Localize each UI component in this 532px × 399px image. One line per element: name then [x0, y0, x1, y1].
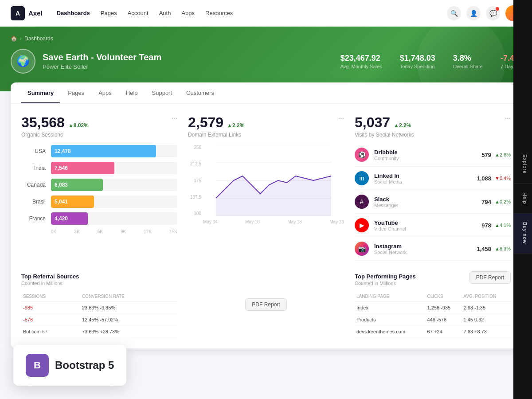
bar-axis: 0K 3K 6K 9K 12K 15K — [21, 229, 177, 234]
bar-value-canada: 6,083 — [55, 182, 68, 188]
social-more[interactable]: ··· — [505, 114, 511, 122]
top-pages-subtitle: Counted in Millions — [355, 281, 416, 286]
social-row-youtube: ▶ YouTube Video Channel 978 ▲4.1% — [355, 214, 511, 237]
dribbble-change: ▲2.6% — [495, 152, 511, 157]
youtube-type: Video Channel — [374, 226, 406, 231]
explore-button[interactable]: Explore — [513, 145, 532, 183]
x-label-may04: May 04 — [203, 219, 218, 224]
linkedin-type: Social Media — [374, 179, 402, 184]
bar-track-india: 7,546 — [51, 162, 177, 174]
nav-resources[interactable]: Resources — [205, 10, 233, 16]
youtube-info: YouTube Video Channel — [374, 219, 406, 231]
top-pages-title: Top Performing Pages — [355, 273, 416, 280]
nav-pages[interactable]: Pages — [101, 10, 117, 16]
right-sidebar: Explore Help Buy now — [513, 0, 532, 359]
bootstrap-icon: B — [26, 354, 49, 359]
nav-apps[interactable]: Apps — [181, 10, 195, 16]
domain-links-more[interactable]: ··· — [338, 114, 344, 122]
tab-help[interactable]: Help — [120, 82, 144, 103]
pdf-report-button[interactable]: PDF Report — [245, 298, 286, 311]
social-list: ⚽ Dribbble Community 579 ▲2.6% in Linked… — [355, 143, 511, 261]
dribbble-type: Community — [374, 156, 399, 161]
slack-info: Slack Messanger — [374, 196, 398, 208]
referral-section: Top Referral Sources Counted in Millions… — [21, 273, 177, 338]
slack-type: Messanger — [374, 203, 398, 208]
top-pages-pdf-button[interactable]: PDF Report — [469, 271, 511, 284]
instagram-change: ▲8.3% — [495, 246, 511, 251]
dribbble-name: Dribbble — [374, 149, 399, 156]
bar-label-france: France — [21, 215, 46, 222]
bar-value-usa: 12,478 — [55, 148, 71, 154]
domain-links-number: 2,579 — [188, 114, 223, 131]
tab-summary[interactable]: Summary — [21, 82, 60, 103]
bar-track-canada: 6,083 — [51, 179, 177, 191]
buy-now-button[interactable]: Buy now — [513, 213, 532, 253]
organic-sessions-more[interactable]: ··· — [172, 114, 177, 122]
axis-3k: 3K — [74, 229, 79, 234]
y-label-100: 100 — [188, 211, 201, 216]
nav-links: Dashboards Pages Account Auth Apps Resou… — [57, 10, 447, 16]
bar-row-canada: Canada 6,083 — [21, 179, 177, 191]
tab-support[interactable]: Support — [146, 82, 179, 103]
pages-row-devs: devs.keenthemes.com 67 +24 7.63 +8.73 — [355, 326, 511, 338]
referral-conv-2: 12.45% -57.02% — [80, 314, 177, 326]
referral-col-sessions: SESSIONS — [21, 291, 80, 302]
referral-row-2: -576 12.45% -57.02% — [21, 314, 177, 326]
stat-organic-sessions: 35,568 ▲8.02% Organic Sessions ··· USA 1… — [21, 114, 177, 261]
line-chart-container: 250 212.5 175 137.5 100 — [188, 145, 344, 224]
referral-conv-1: 23.63% -9.35% — [80, 302, 177, 314]
bar-track-brasil: 5,041 — [51, 196, 177, 208]
x-label-may18: May 18 — [287, 219, 302, 224]
tabs: Summary Pages Apps Help Support Customer… — [11, 82, 521, 104]
hero-logo: 🌍 — [11, 49, 35, 74]
pages-page-index: Index — [355, 302, 426, 314]
referral-title: Top Referral Sources — [21, 273, 177, 280]
tab-customers[interactable]: Customers — [180, 82, 220, 103]
instagram-info: Instagram Social Network — [374, 243, 407, 255]
help-button[interactable]: Help — [513, 184, 532, 214]
brand[interactable]: A Axel — [11, 6, 43, 20]
referral-sessions-1: -935 — [21, 302, 80, 314]
notifications-button[interactable]: 👤 — [466, 6, 481, 20]
pages-clicks-products: 446 -576 — [426, 314, 462, 326]
domain-links-change: ▲2.2% — [227, 122, 244, 129]
bar-fill-india: 7,546 — [51, 162, 114, 174]
dribbble-count: 579 — [481, 152, 491, 158]
pages-page-devs: devs.keenthemes.com — [355, 326, 426, 338]
axis-15k: 15K — [169, 229, 177, 234]
referral-sessions-2: -576 — [21, 314, 80, 326]
linkedin-change: ▼0.4% — [495, 176, 511, 181]
tab-apps[interactable]: Apps — [92, 82, 118, 103]
nav-dashboards[interactable]: Dashboards — [57, 10, 90, 16]
bar-fill-brasil: 5,041 — [51, 196, 94, 208]
brand-icon: A — [11, 6, 25, 20]
bootstrap-watermark: B Bootstrap 5 — [13, 345, 126, 359]
pages-pos-products: 1.45 0.32 — [462, 314, 511, 326]
bar-label-brasil: Brasil — [21, 199, 46, 205]
axis-9k: 9K — [121, 229, 126, 234]
youtube-count: 978 — [481, 222, 491, 229]
hero-title: Save Earth - Volunteer Team — [43, 52, 333, 63]
slack-icon: # — [355, 195, 369, 209]
bar-value-france: 4,420 — [55, 215, 68, 222]
domain-links-label: Domain External Links — [188, 132, 244, 138]
slack-name: Slack — [374, 196, 398, 203]
referral-bolcom: Bol.com 67 — [21, 326, 80, 338]
pages-col-position: AVG. POSITION — [462, 291, 511, 302]
referral-conv-change-1: -9.35% — [100, 305, 115, 310]
tab-pages[interactable]: Pages — [62, 82, 90, 103]
y-label-1375: 137.5 — [188, 195, 201, 200]
stat-domain-links: 2,579 ▲2.2% Domain External Links ··· 25… — [188, 114, 344, 261]
hero-decoration — [417, 27, 505, 91]
home-icon[interactable]: 🏠 — [11, 35, 17, 42]
y-label-2125: 212.5 — [188, 161, 201, 166]
stat-social-networks: 5,037 ▲2.2% Visits by Social Networks ··… — [355, 114, 511, 261]
nav-account[interactable]: Account — [128, 10, 149, 16]
bottom-row: Top Referral Sources Counted in Millions… — [21, 273, 511, 338]
search-button[interactable]: 🔍 — [447, 6, 461, 20]
nav-auth[interactable]: Auth — [159, 10, 171, 16]
bar-fill-canada: 6,083 — [51, 179, 103, 191]
dribbble-info: Dribbble Community — [374, 149, 399, 161]
hero-stat-monthly-sales: $23,467.92 Avg. Monthly Sales — [340, 54, 382, 69]
bar-label-canada: Canada — [21, 182, 46, 188]
